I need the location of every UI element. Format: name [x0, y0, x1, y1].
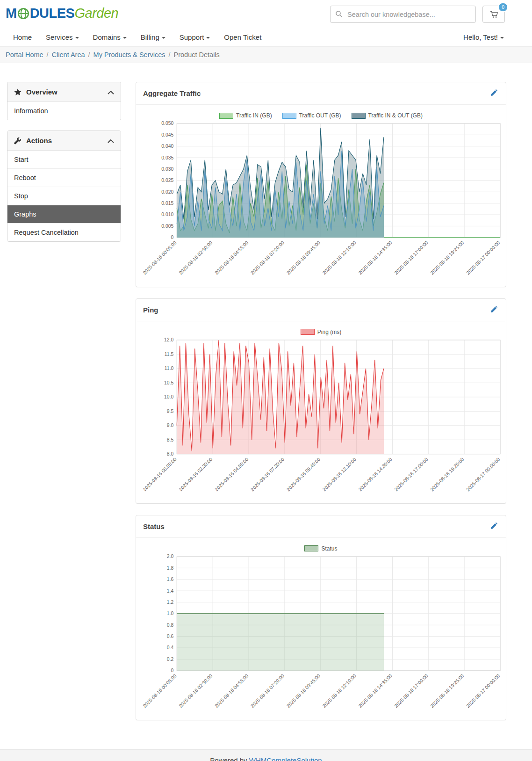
chart-legend: Traffic IN (GB)Traffic OUT (GB)Traffic I… — [137, 112, 505, 119]
svg-text:2025-08-16 00:05:00: 2025-08-16 00:05:00 — [142, 457, 178, 492]
wrench-icon — [14, 137, 22, 145]
svg-text:1.4: 1.4 — [167, 588, 174, 593]
chart-body: Traffic IN (GB)Traffic OUT (GB)Traffic I… — [136, 105, 506, 287]
svg-text:2025-08-16 04:55:00: 2025-08-16 04:55:00 — [214, 457, 249, 492]
aggregate-traffic-chart: 00.0050.0100.0150.0200.0250.0300.0350.04… — [137, 120, 505, 286]
legend-swatch — [304, 545, 318, 551]
star-icon — [14, 88, 22, 96]
breadcrumb-separator: / — [88, 51, 90, 58]
nav-item-open-ticket[interactable]: Open Ticket — [224, 33, 261, 41]
caret-down-icon — [500, 37, 504, 39]
cart-button[interactable]: 0 — [482, 6, 505, 23]
legend-item: Ping (ms) — [301, 329, 341, 335]
caret-down-icon — [206, 37, 210, 39]
overview-panel-header[interactable]: Overview — [7, 82, 121, 102]
actions-panel-title: Actions — [26, 137, 52, 145]
svg-text:2025-08-16 02:30:00: 2025-08-16 02:30:00 — [178, 240, 214, 275]
sidebar-item-graphs[interactable]: Graphs — [7, 205, 121, 223]
logo[interactable]: MDULESGarden — [6, 6, 118, 23]
svg-text:0.2: 0.2 — [167, 657, 174, 662]
svg-text:0.040: 0.040 — [161, 144, 173, 149]
actions-panel-header[interactable]: Actions — [7, 131, 121, 151]
svg-text:2025-08-16 02:30:00: 2025-08-16 02:30:00 — [178, 457, 214, 492]
svg-text:0.6: 0.6 — [167, 634, 174, 639]
svg-text:2025-08-16 19:25:00: 2025-08-16 19:25:00 — [430, 240, 465, 275]
pencil-icon — [490, 305, 498, 313]
caret-down-icon — [75, 37, 79, 39]
main-column: Aggregate Traffic Traffic IN (GB)Traffic… — [136, 82, 506, 732]
globe-icon — [17, 7, 29, 23]
edit-chart-button[interactable] — [489, 521, 499, 532]
svg-text:2025-08-16 09:45:00: 2025-08-16 09:45:00 — [286, 673, 321, 709]
legend-swatch — [282, 113, 296, 119]
nav-item-services[interactable]: Services — [46, 33, 79, 41]
status-card: Status Status 00.20.40.60.81.01.21.41.61… — [136, 515, 506, 720]
svg-text:2025-08-16 07:20:00: 2025-08-16 07:20:00 — [250, 240, 285, 275]
chart-body: Status 00.20.40.60.81.01.21.41.61.82.020… — [136, 538, 506, 720]
svg-text:12.0: 12.0 — [164, 337, 173, 342]
search-input[interactable] — [330, 6, 476, 23]
legend-swatch — [219, 113, 233, 119]
top-header: MDULESGarden 0 — [0, 0, 532, 28]
svg-text:0.4: 0.4 — [167, 645, 174, 650]
nav-item-support[interactable]: Support — [180, 33, 210, 41]
breadcrumb-portal-home[interactable]: Portal Home — [6, 51, 43, 58]
logo-text-m: M — [6, 6, 17, 21]
svg-text:2025-08-16 12:10:00: 2025-08-16 12:10:00 — [322, 673, 357, 709]
chart-title: Status — [143, 522, 165, 530]
nav-item-billing[interactable]: Billing — [141, 33, 165, 41]
sidebar-item-stop[interactable]: Stop — [7, 187, 121, 205]
breadcrumb-current: Product Details — [174, 51, 220, 58]
page: MDULESGarden 0 Home Services Domains Bil… — [0, 0, 532, 761]
svg-text:0: 0 — [171, 668, 174, 673]
ping-chart: 8.08.59.09.510.010.511.011.512.02025-08-… — [137, 336, 505, 502]
svg-text:2025-08-16 00:05:00: 2025-08-16 00:05:00 — [142, 240, 178, 275]
svg-text:2025-08-16 12:10:00: 2025-08-16 12:10:00 — [322, 240, 357, 275]
sidebar: Overview Information Actions Start Reboo… — [7, 82, 121, 252]
sidebar-item-request-cancellation[interactable]: Request Cancellation — [7, 223, 121, 241]
svg-text:2025-08-16 17:00:00: 2025-08-16 17:00:00 — [394, 457, 429, 492]
svg-text:10.5: 10.5 — [164, 380, 173, 385]
edit-chart-button[interactable] — [489, 304, 499, 315]
svg-text:0.020: 0.020 — [161, 189, 173, 195]
svg-text:2025-08-16 17:00:00: 2025-08-16 17:00:00 — [394, 240, 429, 275]
cart-count-badge: 0 — [498, 2, 508, 12]
svg-text:2025-08-16 07:20:00: 2025-08-16 07:20:00 — [250, 457, 285, 492]
legend-item: Status — [304, 545, 337, 552]
pencil-icon — [490, 89, 498, 96]
actions-panel: Actions Start Reboot Stop Graphs Request… — [7, 130, 121, 242]
breadcrumb-my-products[interactable]: My Products & Services — [93, 51, 165, 58]
svg-text:2025-08-16 19:25:00: 2025-08-16 19:25:00 — [430, 673, 465, 709]
edit-chart-button[interactable] — [489, 88, 499, 99]
svg-text:0.050: 0.050 — [161, 121, 173, 126]
aggregate-traffic-card: Aggregate Traffic Traffic IN (GB)Traffic… — [136, 82, 506, 287]
svg-text:2025-08-16 14:35:00: 2025-08-16 14:35:00 — [358, 457, 393, 492]
breadcrumb-client-area[interactable]: Client Area — [52, 51, 85, 58]
svg-text:0: 0 — [171, 235, 174, 240]
sidebar-item-start[interactable]: Start — [7, 151, 121, 168]
content: Overview Information Actions Start Reboo… — [7, 82, 532, 732]
header-right: 0 — [330, 6, 505, 23]
chart-legend: Status — [137, 545, 505, 552]
svg-text:0.035: 0.035 — [161, 155, 173, 160]
logo-text-garden: Garden — [74, 6, 118, 21]
nav-item-domains[interactable]: Domains — [93, 33, 127, 41]
svg-text:0.045: 0.045 — [161, 132, 173, 138]
nav-item-home[interactable]: Home — [13, 33, 32, 41]
sidebar-item-information[interactable]: Information — [7, 102, 121, 120]
breadcrumb-separator: / — [47, 51, 49, 58]
sidebar-item-reboot[interactable]: Reboot — [7, 168, 121, 187]
chart-body: Ping (ms) 8.08.59.09.510.010.511.011.512… — [136, 321, 506, 503]
navbar: Home Services Domains Billing Support Op… — [0, 28, 532, 47]
svg-text:2.0: 2.0 — [167, 554, 174, 559]
whmcs-link[interactable]: WHMCompleteSolution — [249, 756, 322, 761]
chevron-up-icon — [108, 137, 114, 145]
svg-text:8.0: 8.0 — [167, 451, 174, 457]
svg-text:1.2: 1.2 — [167, 600, 174, 605]
user-menu[interactable]: Hello, Test! — [463, 33, 504, 41]
legend-item: Traffic IN & OUT (GB) — [352, 112, 423, 119]
chevron-up-icon — [108, 88, 114, 96]
search-icon — [335, 10, 343, 18]
svg-text:0.030: 0.030 — [161, 167, 173, 172]
svg-text:1.0: 1.0 — [167, 611, 174, 616]
